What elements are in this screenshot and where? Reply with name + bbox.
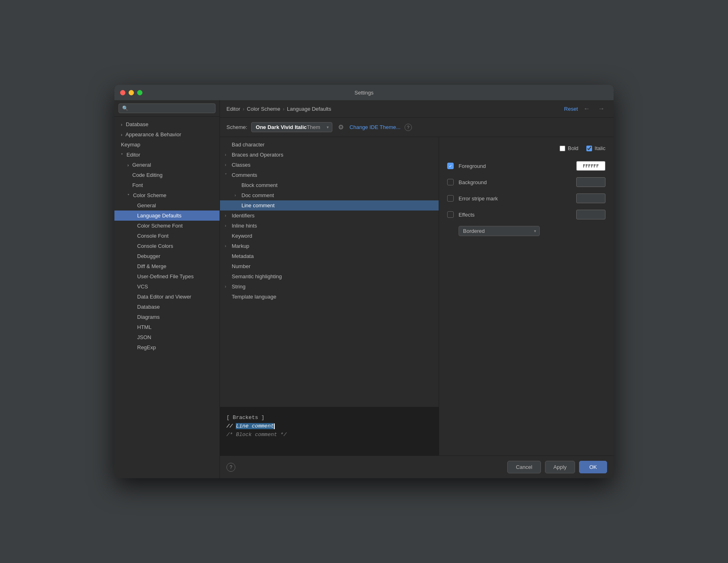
close-button[interactable]	[120, 90, 125, 95]
tree-item-number[interactable]: › Number	[220, 261, 439, 271]
sidebar-item-user-defined[interactable]: User-Defined File Types	[114, 271, 220, 282]
change-theme-link[interactable]: Change IDE Theme...	[349, 124, 401, 130]
tree-item-braces[interactable]: › Braces and Operators	[220, 150, 439, 160]
tree-item-label: String	[232, 284, 246, 290]
sidebar-item-regexp[interactable]: RegExp	[114, 342, 220, 352]
sidebar-item-general[interactable]: › General	[114, 160, 220, 170]
sidebar-item-cs-general[interactable]: General	[114, 200, 220, 211]
background-checkbox[interactable]	[447, 179, 454, 185]
sidebar-item-diagrams[interactable]: Diagrams	[114, 312, 220, 322]
sidebar-item-keymap[interactable]: Keymap	[114, 140, 220, 150]
italic-checkbox[interactable]	[586, 146, 592, 151]
tree-item-label: Braces and Operators	[232, 152, 283, 158]
error-stripe-color-swatch[interactable]	[576, 193, 605, 203]
traffic-lights	[120, 90, 142, 95]
sidebar-item-html[interactable]: HTML	[114, 322, 220, 332]
bold-label: Bold	[568, 145, 578, 151]
sidebar-item-appearance[interactable]: › Appearance & Behavior	[114, 129, 220, 140]
tree-item-inline-hints[interactable]: › Inline hints	[220, 221, 439, 231]
bold-checkbox[interactable]	[560, 146, 565, 151]
sidebar-item-language-defaults[interactable]: Language Defaults	[114, 211, 220, 221]
title-bar: Settings	[114, 85, 614, 100]
tree-item-markup[interactable]: › Markup	[220, 241, 439, 251]
search-bar: 🔍	[114, 100, 220, 117]
gear-button[interactable]: ⚙	[336, 122, 345, 133]
chevron-right-icon: ›	[127, 163, 129, 168]
tree-item-doc-comment[interactable]: › Doc comment	[220, 190, 439, 200]
maximize-button[interactable]	[137, 90, 142, 95]
right-panel: Editor › Color Scheme › Language Default…	[220, 100, 614, 478]
breadcrumb-actions: Reset ← →	[564, 104, 607, 113]
reset-button[interactable]: Reset	[564, 106, 578, 112]
error-stripe-row: Error stripe mark	[447, 193, 605, 203]
tree-list: › Bad character › Braces and Operators ›…	[220, 137, 439, 407]
italic-checkbox-label[interactable]: Italic	[586, 145, 605, 151]
tree-item-label: Semantic highlighting	[232, 273, 282, 279]
foreground-color-swatch[interactable]: FFFFFF	[576, 161, 605, 171]
main-content: 🔍 › Database › Appearance & Behavior Key…	[114, 100, 614, 478]
sidebar-item-console-font[interactable]: Console Font	[114, 231, 220, 241]
breadcrumb-current: Language Defaults	[287, 106, 331, 112]
tree-item-label: Template language	[232, 294, 276, 300]
sidebar-item-data-editor[interactable]: Data Editor and Viewer	[114, 292, 220, 302]
tree-item-template-language[interactable]: › Template language	[220, 292, 439, 302]
effects-checkbox[interactable]	[447, 211, 454, 218]
sidebar-item-console-colors[interactable]: Console Colors	[114, 241, 220, 251]
help-icon[interactable]: ?	[405, 124, 412, 131]
tree-item-line-comment[interactable]: › Line comment	[220, 200, 439, 211]
tree-item-metadata[interactable]: › Metadata	[220, 251, 439, 261]
tree-item-label: Number	[232, 263, 250, 269]
preview-comment-text: Line comment	[236, 423, 274, 429]
sidebar-item-diff-merge[interactable]: Diff & Merge	[114, 261, 220, 271]
window-title: Settings	[355, 90, 374, 96]
sidebar-item-database2[interactable]: Database	[114, 302, 220, 312]
sidebar-item-json[interactable]: JSON	[114, 332, 220, 342]
sidebar-item-vcs[interactable]: VCS	[114, 282, 220, 292]
tree-item-identifiers[interactable]: › Identifiers	[220, 211, 439, 221]
sidebar-item-database[interactable]: › Database	[114, 119, 220, 129]
sidebar-item-code-editing[interactable]: Code Editing	[114, 170, 220, 180]
effects-dropdown-value: Bordered	[463, 228, 485, 234]
tree-item-label: Metadata	[232, 253, 254, 259]
tree-item-comments[interactable]: ˅ Comments	[220, 170, 439, 180]
sidebar-item-debugger[interactable]: Debugger	[114, 251, 220, 261]
preview-comment-prefix: //	[226, 423, 236, 429]
minimize-button[interactable]	[129, 90, 134, 95]
tree-item-string[interactable]: › String	[220, 282, 439, 292]
tree-item-label: Markup	[232, 243, 249, 249]
effects-dropdown[interactable]: Bordered ▾	[459, 226, 540, 236]
back-button[interactable]: ←	[581, 104, 592, 113]
tree-panel: › Bad character › Braces and Operators ›…	[220, 137, 439, 456]
foreground-label: Foreground	[459, 163, 571, 169]
effects-color-swatch[interactable]	[576, 210, 605, 219]
cancel-button[interactable]: Cancel	[507, 461, 541, 473]
tree-item-classes[interactable]: › Classes	[220, 160, 439, 170]
sidebar-item-font[interactable]: Font	[114, 180, 220, 190]
nav-items: › Database › Appearance & Behavior Keyma…	[114, 117, 220, 478]
sidebar-item-color-scheme-font[interactable]: Color Scheme Font	[114, 221, 220, 231]
tree-item-semantic-highlighting[interactable]: › Semantic highlighting	[220, 271, 439, 282]
preview-brackets: [ Brackets ]	[226, 415, 265, 421]
tree-item-block-comment[interactable]: › Block comment	[220, 180, 439, 190]
forward-button[interactable]: →	[596, 104, 607, 113]
ok-button[interactable]: OK	[579, 461, 607, 473]
bold-checkbox-label[interactable]: Bold	[560, 145, 578, 151]
tree-item-label: Bad character	[232, 142, 265, 148]
breadcrumb-bar: Editor › Color Scheme › Language Default…	[220, 100, 614, 118]
sidebar-item-editor[interactable]: ˅ Editor	[114, 150, 220, 160]
sidebar-item-color-scheme[interactable]: ˅ Color Scheme	[114, 190, 220, 200]
tree-item-keyword[interactable]: › Keyword	[220, 231, 439, 241]
foreground-checkbox[interactable]	[447, 163, 454, 169]
apply-button[interactable]: Apply	[545, 461, 575, 473]
error-stripe-checkbox[interactable]	[447, 195, 454, 202]
help-button[interactable]: ?	[226, 463, 235, 472]
content-area: › Bad character › Braces and Operators ›…	[220, 137, 614, 456]
settings-window: Settings 🔍 › Database › Appearance & Beh…	[114, 85, 614, 478]
chevron-right-icon: ›	[225, 223, 230, 228]
scheme-label: Scheme:	[226, 124, 247, 130]
search-input-wrap[interactable]: 🔍	[118, 103, 215, 113]
tree-item-bad-char[interactable]: › Bad character	[220, 140, 439, 150]
scheme-dropdown[interactable]: One Dark Vivid Italic Them ▾	[251, 122, 332, 132]
background-color-swatch[interactable]	[576, 177, 605, 187]
chevron-right-icon: ›	[225, 244, 230, 248]
